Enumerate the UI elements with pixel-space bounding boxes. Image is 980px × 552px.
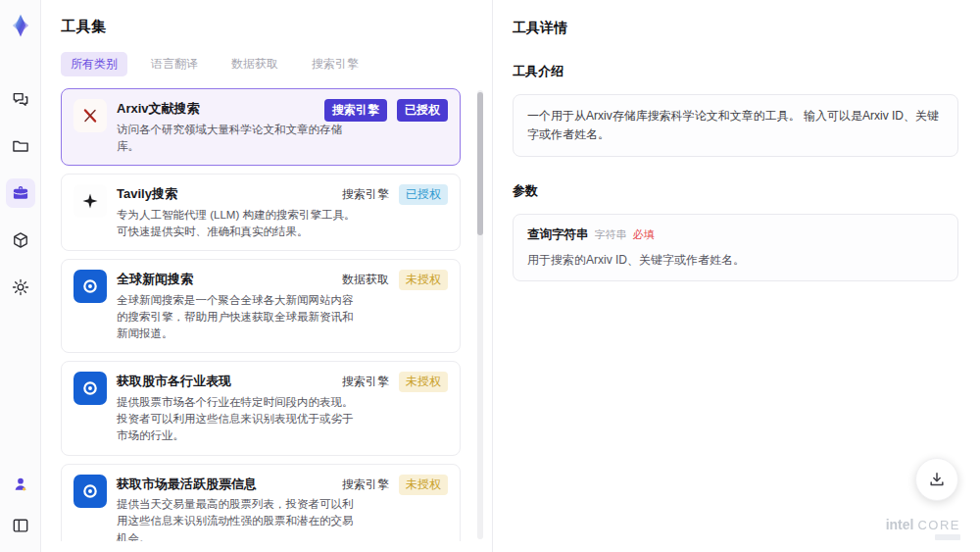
download-button[interactable] bbox=[915, 458, 958, 501]
tool-list-scrollbar bbox=[477, 90, 483, 539]
sidebar-item-settings[interactable] bbox=[6, 273, 35, 302]
tool-list: Arxiv文献搜索 访问各个研究领域大量科学论文和文章的存储库。 搜索引擎 已授… bbox=[61, 88, 492, 541]
auth-status-badge: 已授权 bbox=[399, 184, 448, 205]
params-list: 查询字符串 字符串 必填 用于搜索的Arxiv ID、关键字或作者姓名。 bbox=[513, 214, 958, 281]
tool-card[interactable]: 获取市场最活跃股票信息 提供当天交易量最高的股票列表，投资者可以利用这些信息来识… bbox=[61, 464, 461, 541]
auth-status-badge: 已授权 bbox=[397, 99, 448, 122]
tab-all[interactable]: 所有类别 bbox=[61, 52, 127, 76]
details-title: 工具详情 bbox=[513, 20, 958, 37]
sidebar-nav bbox=[6, 84, 35, 302]
stock-sector-icon bbox=[74, 372, 107, 405]
tab-search-engine[interactable]: 搜索引擎 bbox=[302, 52, 368, 76]
tab-data-fetch[interactable]: 数据获取 bbox=[221, 52, 288, 76]
tool-name: Tavily搜索 bbox=[117, 184, 364, 203]
cube-icon bbox=[11, 230, 30, 250]
tool-description: 提供股票市场各个行业在特定时间段内的表现。投资者可以利用这些信息来识别表现优于或… bbox=[117, 394, 364, 445]
tool-category: 数据获取 bbox=[342, 272, 389, 288]
sidebar-item-models[interactable] bbox=[6, 226, 35, 255]
sidebar-bottom bbox=[6, 470, 35, 540]
tool-card[interactable]: 获取股市各行业表现 提供股票市场各个行业在特定时间段内的表现。投资者可以利用这些… bbox=[61, 361, 461, 455]
scrollbar-thumb[interactable] bbox=[477, 92, 483, 235]
core-logo-text: core bbox=[917, 519, 960, 532]
tool-category: 搜索引擎 bbox=[324, 99, 387, 122]
page-title: 工具集 bbox=[61, 18, 492, 36]
tool-description: 访问各个研究领域大量科学论文和文章的存储库。 bbox=[117, 122, 364, 156]
tool-intro-text: 一个用于从Arxiv存储库搜索科学论文和文章的工具。 输入可以是Arxiv ID… bbox=[513, 94, 958, 157]
sidebar-item-account[interactable] bbox=[6, 470, 35, 499]
tavily-icon bbox=[74, 184, 107, 218]
tool-name: 获取股市各行业表现 bbox=[117, 372, 364, 390]
auth-status-badge: 未授权 bbox=[399, 270, 448, 290]
arxiv-icon bbox=[74, 99, 107, 132]
param-item: 查询字符串 字符串 必填 用于搜索的Arxiv ID、关键字或作者姓名。 bbox=[527, 226, 944, 269]
tool-card[interactable]: Tavily搜索 专为人工智能代理 (LLM) 构建的搜索引擎工具。可快速提供实… bbox=[61, 174, 461, 251]
sidebar-item-files[interactable] bbox=[6, 131, 35, 161]
tool-card[interactable]: Arxiv文献搜索 访问各个研究领域大量科学论文和文章的存储库。 搜索引擎 已授… bbox=[61, 88, 461, 166]
gear-icon bbox=[11, 277, 30, 297]
briefcase-icon bbox=[11, 183, 30, 203]
intel-logo-sub-bar bbox=[935, 534, 960, 540]
sidebar bbox=[0, 0, 41, 552]
auth-status-badge: 未授权 bbox=[399, 475, 448, 495]
tool-description: 全球新闻搜索是一个聚合全球各大新闻网站内容的搜索引擎，帮助用户快速获取全球最新资… bbox=[117, 292, 364, 343]
user-icon bbox=[11, 475, 30, 494]
param-required-flag: 必填 bbox=[633, 227, 655, 242]
news-search-icon bbox=[74, 270, 107, 303]
intro-section-title: 工具介绍 bbox=[513, 63, 958, 80]
params-section-title: 参数 bbox=[513, 182, 958, 200]
auth-status-badge: 未授权 bbox=[399, 372, 448, 392]
download-icon bbox=[927, 470, 947, 489]
tool-name: 全球新闻搜索 bbox=[117, 270, 364, 288]
tools-panel: 工具集 所有类别 语言翻译 数据获取 搜索引擎 Arxiv文献搜索 访问各个研究… bbox=[41, 0, 493, 552]
tool-description: 专为人工智能代理 (LLM) 构建的搜索引擎工具。可快速提供实时、准确和真实的结… bbox=[117, 207, 364, 241]
param-name: 查询字符串 bbox=[527, 226, 589, 243]
intel-logo-text: intel bbox=[886, 518, 914, 532]
tool-category: 搜索引擎 bbox=[342, 374, 389, 390]
tool-name: 获取市场最活跃股票信息 bbox=[117, 475, 364, 493]
stock-active-icon bbox=[74, 475, 107, 508]
intel-core-logo: intel core bbox=[886, 518, 960, 540]
tool-details-panel: 工具详情 工具介绍 一个用于从Arxiv存储库搜索科学论文和文章的工具。 输入可… bbox=[493, 0, 980, 552]
main-area: 工具集 所有类别 语言翻译 数据获取 搜索引擎 Arxiv文献搜索 访问各个研究… bbox=[41, 0, 980, 552]
tool-card[interactable]: 全球新闻搜索 全球新闻搜索是一个聚合全球各大新闻网站内容的搜索引擎，帮助用户快速… bbox=[61, 259, 461, 353]
tab-translate[interactable]: 语言翻译 bbox=[141, 52, 208, 76]
param-description: 用于搜索的Arxiv ID、关键字或作者姓名。 bbox=[527, 251, 944, 269]
tool-description: 提供当天交易量最高的股票列表，投资者可以利用这些信息来识别流动性强的股票和潜在的… bbox=[117, 496, 364, 541]
panel-toggle-icon bbox=[11, 516, 30, 535]
category-tabs: 所有类别 语言翻译 数据获取 搜索引擎 bbox=[61, 52, 492, 76]
param-type: 字符串 bbox=[595, 227, 627, 242]
tool-category: 搜索引擎 bbox=[342, 186, 389, 203]
app-logo-icon bbox=[7, 12, 34, 39]
sidebar-item-collapse[interactable] bbox=[6, 511, 35, 540]
sidebar-item-tools[interactable] bbox=[6, 178, 35, 208]
sidebar-item-chat[interactable] bbox=[6, 84, 35, 114]
tool-category: 搜索引擎 bbox=[342, 477, 389, 493]
folder-icon bbox=[11, 136, 30, 156]
chat-icon bbox=[11, 89, 30, 109]
